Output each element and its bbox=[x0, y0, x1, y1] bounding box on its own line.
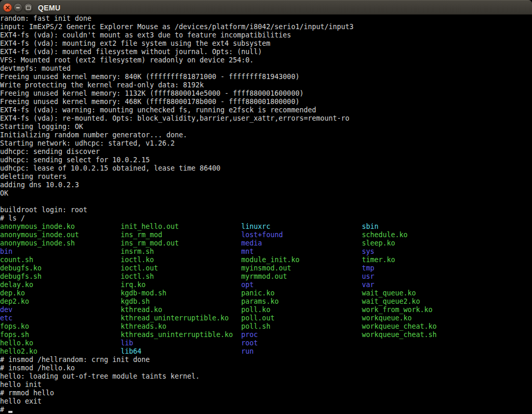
terminal-line: udhcpc: sending select for 10.0.2.15 bbox=[0, 156, 532, 164]
ls-entry: proc bbox=[241, 331, 362, 339]
ls-entry: sleep.ko bbox=[362, 239, 395, 247]
ls-entry: debugfs.sh bbox=[0, 273, 121, 280]
terminal-line: Write protecting the kernel read-only da… bbox=[0, 81, 532, 89]
ls-row: fops.ko kthreads.ko poll.sh workqueue_ch… bbox=[0, 322, 532, 331]
ls-entry: ins_rm_mod bbox=[121, 231, 241, 239]
ls-entry: bin bbox=[0, 248, 121, 255]
ls-entry: kthread.ko bbox=[121, 306, 241, 314]
ls-entry: lib bbox=[121, 339, 241, 347]
terminal-line: EXT4-fs (vda): mounting ext2 file system… bbox=[0, 40, 532, 48]
ls-entry: fops.ko bbox=[0, 322, 121, 330]
boot-message: VFS: Mounted root (ext2 filesystem) read… bbox=[0, 56, 254, 64]
terminal-cursor bbox=[8, 406, 12, 414]
boot-message: EXT4-fs (vda): warning: mounting uncheck… bbox=[0, 106, 316, 114]
ls-row: dep2.ko kgdb.sh params.ko wait_queue2.ko bbox=[0, 297, 532, 306]
ls-entry: anonymous_inode.sh bbox=[0, 239, 121, 247]
ls-entry: kthreads_uninterruptible.ko bbox=[121, 331, 241, 339]
ls-entry: workqueue.ko bbox=[362, 314, 412, 322]
ls-row: debugfs.ko ioctl.out myinsmod.out tmp bbox=[0, 264, 532, 273]
boot-message: Write protecting the kernel read-only da… bbox=[0, 81, 204, 89]
ls-entry: poll.ko bbox=[241, 306, 362, 314]
maximize-button[interactable] bbox=[24, 3, 33, 12]
terminal-line: devtmpfs: mounted bbox=[0, 64, 532, 73]
minimize-button[interactable] bbox=[14, 3, 22, 12]
terminal-line: Freeing unused kernel memory: 840K (ffff… bbox=[0, 73, 532, 81]
boot-message: EXT4-fs (vda): re-mounted. Opts: block_v… bbox=[0, 114, 349, 122]
boot-message: adding dns 10.0.2.3 bbox=[0, 181, 79, 189]
ls-row: anonymous_inode.ko init_hello.out linuxr… bbox=[0, 223, 532, 231]
terminal-screen[interactable]: random: fast init doneinput: ImExPS/2 Ge… bbox=[0, 15, 532, 414]
ls-row: etc kthread_uninterruptible.ko poll.out … bbox=[0, 314, 532, 322]
minimize-icon bbox=[16, 7, 20, 8]
terminal-line: buildroot login: root bbox=[0, 206, 532, 214]
ls-entry: dep2.ko bbox=[0, 297, 121, 305]
terminal-line: hello exit bbox=[0, 397, 532, 406]
terminal-line: # rmmod hello bbox=[0, 389, 532, 397]
ls-entry: usr bbox=[362, 273, 375, 280]
terminal-line: udhcpc: sending discover bbox=[0, 148, 532, 156]
boot-message: EXT4-fs (vda): couldn't mount as ext3 du… bbox=[0, 31, 291, 39]
boot-message: EXT4-fs (vda): mounting ext2 file system… bbox=[0, 40, 270, 47]
ls-entry: hello2.ko bbox=[0, 347, 121, 355]
ls-entry: insrm.sh bbox=[121, 248, 241, 255]
ls-entry: run bbox=[241, 347, 362, 355]
ls-row: hello.ko lib root bbox=[0, 339, 532, 347]
ls-entry: poll.out bbox=[241, 314, 362, 322]
console-message: hello init bbox=[0, 381, 42, 389]
terminal-line: udhcpc: lease of 10.0.2.15 obtained, lea… bbox=[0, 164, 532, 173]
ls-entry: lost+found bbox=[241, 231, 362, 239]
boot-message: Starting logging: OK bbox=[0, 123, 83, 131]
console-message: hello: loading out-of-tree module taints… bbox=[0, 372, 200, 380]
boot-message: Freeing unused kernel memory: 1132K (fff… bbox=[0, 89, 303, 97]
ls-entry: timer.ko bbox=[362, 256, 395, 264]
ls-entry: myrmmod.out bbox=[241, 273, 362, 280]
ls-row: hello2.ko lib64 run bbox=[0, 347, 532, 356]
ls-entry: irq.ko bbox=[121, 281, 241, 289]
ls-row: count.sh ioctl.ko module_init.ko timer.k… bbox=[0, 256, 532, 264]
window-title: QEMU bbox=[38, 1, 61, 15]
boot-message: Initializing random number generator... … bbox=[0, 131, 187, 139]
ls-entry: mnt bbox=[241, 248, 362, 255]
terminal-line: # insmod /hellrandom: crng init done bbox=[0, 356, 532, 364]
ls-entry: kthread_uninterruptible.ko bbox=[121, 314, 241, 322]
boot-message: EXT4-fs (vda): mounted filesystem withou… bbox=[0, 48, 262, 56]
ls-entry: debugfs.ko bbox=[0, 264, 121, 272]
ls-entry: sbin bbox=[362, 223, 379, 230]
login-line: buildroot login: root bbox=[0, 206, 87, 214]
terminal-line: # ls / bbox=[0, 214, 532, 223]
qemu-window: ✕ QEMU random: fast init doneinput: ImEx… bbox=[0, 0, 532, 414]
ls-entry: params.ko bbox=[241, 297, 362, 305]
ls-entry: wait_queue2.ko bbox=[362, 297, 420, 305]
ls-entry: ioctl.ko bbox=[121, 256, 241, 264]
ls-entry: ioctl.sh bbox=[121, 273, 241, 280]
terminal-line: # insmod /hello.ko bbox=[0, 364, 532, 372]
boot-message: input: ImExPS/2 Generic Explorer Mouse a… bbox=[0, 23, 353, 31]
ls-row: debugfs.sh ioctl.sh myrmmod.out usr bbox=[0, 273, 532, 281]
ls-row: anonymous_inode.sh ins_rm_mod.out media … bbox=[0, 239, 532, 248]
command-line: # ls / bbox=[0, 214, 25, 222]
ls-entry: workqueue_cheat.sh bbox=[362, 331, 437, 339]
ls-entry: work_from_work.ko bbox=[362, 306, 433, 314]
ls-row: anonymous_inode.out ins_rm_mod lost+foun… bbox=[0, 231, 532, 239]
ls-entry: poll.sh bbox=[241, 322, 362, 330]
console-message: hello exit bbox=[0, 397, 42, 405]
ls-entry: workqueue_cheat.ko bbox=[362, 322, 437, 330]
window-titlebar[interactable]: ✕ QEMU bbox=[0, 0, 532, 15]
terminal-line: hello init bbox=[0, 381, 532, 389]
terminal-line: Freeing unused kernel memory: 468K (ffff… bbox=[0, 98, 532, 106]
terminal-line: Freeing unused kernel memory: 1132K (fff… bbox=[0, 89, 532, 98]
shell-prompt: # bbox=[0, 406, 8, 413]
terminal-line: Initializing random number generator... … bbox=[0, 131, 532, 139]
ls-entry: var bbox=[362, 281, 375, 289]
boot-message: devtmpfs: mounted bbox=[0, 64, 71, 72]
ls-entry: wait_queue.ko bbox=[362, 289, 416, 297]
boot-message: Freeing unused kernel memory: 840K (ffff… bbox=[0, 73, 299, 81]
ls-row: fops.sh kthreads_uninterruptible.ko proc… bbox=[0, 331, 532, 339]
close-button[interactable]: ✕ bbox=[3, 3, 12, 12]
console-message: # insmod /hellrandom: crng init done bbox=[0, 356, 150, 364]
prompt-line: # bbox=[0, 406, 532, 414]
terminal-line: deleting routers bbox=[0, 173, 532, 181]
ls-entry: sys bbox=[362, 248, 375, 255]
terminal-line: EXT4-fs (vda): warning: mounting uncheck… bbox=[0, 106, 532, 114]
window-controls: ✕ bbox=[3, 3, 33, 12]
